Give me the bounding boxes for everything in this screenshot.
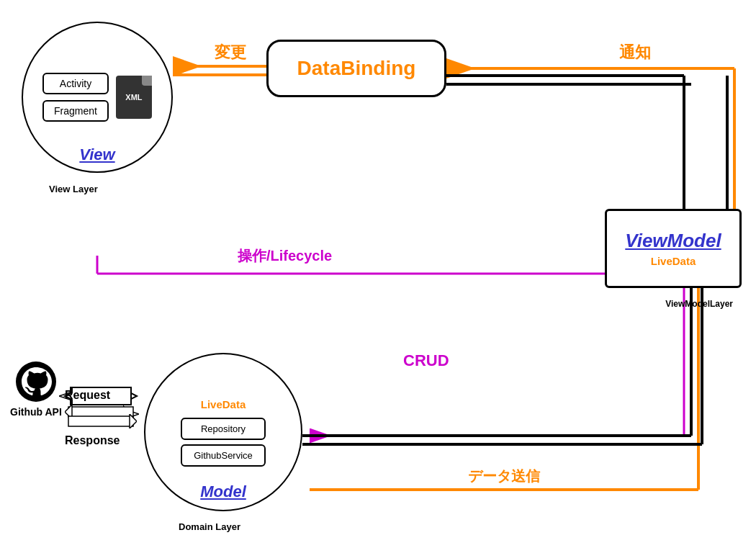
henko-label: 変更 [215, 42, 246, 63]
view-boxes: Activity Fragment [42, 73, 109, 122]
model-boxes: Repository GithubService [181, 418, 266, 467]
view-inner: Activity Fragment XML [42, 73, 152, 122]
livedata-vm: LiveData [651, 255, 696, 267]
response-area: Response [65, 414, 137, 447]
databinding-box: DataBinding [266, 40, 446, 97]
operation-label: 操作/Lifecycle [238, 246, 332, 266]
domain-layer-text: Domain Layer [179, 521, 240, 532]
request-label: Request [65, 389, 137, 402]
github-area: Github API [10, 360, 62, 418]
viewmodel-title: ViewModel [625, 230, 721, 252]
github-icon [14, 360, 58, 403]
diagram-container: Activity Fragment XML View View Layer 変更… [0, 0, 756, 548]
livedata-model: LiveData [201, 398, 246, 410]
databinding-text: DataBinding [297, 57, 416, 80]
view-circle: Activity Fragment XML View [22, 22, 173, 173]
githubservice-box: GithubService [181, 444, 266, 467]
viewmodel-box: ViewModel LiveData [605, 209, 742, 288]
response-arrow [65, 414, 137, 428]
datasend-label: データ送信 [468, 467, 540, 486]
tsuchi-label: 通知 [619, 42, 651, 63]
repository-box: Repository [181, 418, 266, 440]
svg-rect-38 [68, 416, 133, 426]
model-circle: LiveData Repository GithubService Model [144, 353, 302, 511]
viewmodel-layer-text: ViewModelLayer [665, 299, 733, 309]
fragment-box: Fragment [42, 100, 109, 122]
view-layer-text: View Layer [49, 184, 98, 194]
model-label: Model [200, 482, 246, 501]
view-label: View [79, 145, 114, 164]
github-label: Github API [10, 406, 62, 418]
xml-icon: XML [116, 76, 152, 119]
crud-label: CRUD [403, 351, 449, 370]
response-label: Response [65, 434, 137, 447]
activity-box: Activity [42, 73, 109, 94]
